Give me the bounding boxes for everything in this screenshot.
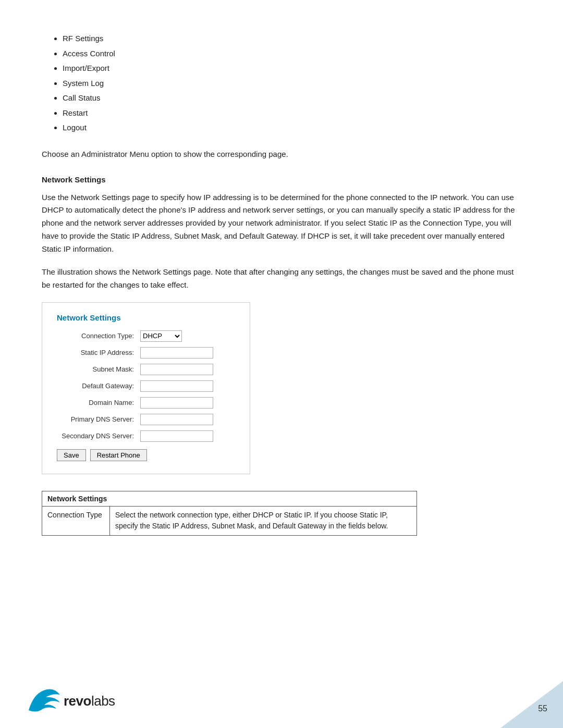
network-settings-illustration: Network Settings Connection Type: DHCP S…: [42, 302, 250, 474]
menu-items-list: RF Settings Access Control Import/Export…: [42, 31, 521, 135]
table-col2: Select the network connection type, eith…: [110, 506, 417, 535]
domain-name-input[interactable]: [140, 397, 213, 409]
logo-text: revolabs: [64, 693, 115, 709]
table-col1: Connection Type: [42, 506, 110, 535]
list-item-rf-settings: RF Settings: [63, 31, 521, 46]
static-ip-row: Static IP Address:: [57, 347, 235, 359]
list-item-import-export: Import/Export: [63, 61, 521, 76]
company-logo: revolabs: [26, 687, 115, 715]
network-settings-heading: Network Settings: [42, 175, 521, 184]
list-item-restart: Restart: [63, 106, 521, 121]
table-row: Connection Type Select the network conne…: [42, 506, 417, 535]
list-item-logout: Logout: [63, 120, 521, 135]
table-header: Network Settings: [42, 491, 417, 506]
domain-name-label: Domain Name:: [57, 399, 140, 406]
form-buttons: Save Restart Phone: [57, 449, 235, 461]
page-footer: revolabs 55: [0, 671, 563, 728]
secondary-dns-input[interactable]: [140, 430, 213, 442]
body-paragraph-2: The illustration shows the Network Setti…: [42, 266, 521, 292]
default-gateway-label: Default Gateway:: [57, 382, 140, 390]
list-item-call-status: Call Status: [63, 91, 521, 106]
list-item-system-log: System Log: [63, 76, 521, 91]
restart-phone-button[interactable]: Restart Phone: [90, 449, 147, 461]
secondary-dns-row: Secondary DNS Server:: [57, 430, 235, 442]
connection-type-row: Connection Type: DHCP Static IP: [57, 330, 235, 342]
secondary-dns-label: Secondary DNS Server:: [57, 432, 140, 440]
subnet-mask-row: Subnet Mask:: [57, 364, 235, 375]
connection-type-label: Connection Type:: [57, 332, 140, 340]
domain-name-row: Domain Name:: [57, 397, 235, 409]
primary-dns-row: Primary DNS Server:: [57, 414, 235, 425]
static-ip-label: Static IP Address:: [57, 349, 140, 356]
static-ip-input[interactable]: [140, 347, 213, 359]
bird-icon: [26, 687, 63, 715]
save-button[interactable]: Save: [57, 449, 86, 461]
connection-type-select[interactable]: DHCP Static IP: [140, 330, 182, 342]
subnet-mask-input[interactable]: [140, 364, 213, 375]
primary-dns-label: Primary DNS Server:: [57, 415, 140, 423]
choose-paragraph: Choose an Administrator Menu option to s…: [42, 148, 521, 161]
subnet-mask-label: Subnet Mask:: [57, 365, 140, 373]
body-paragraph-1: Use the Network Settings page to specify…: [42, 191, 521, 256]
primary-dns-input[interactable]: [140, 414, 213, 425]
illustration-title: Network Settings: [57, 313, 235, 322]
default-gateway-input[interactable]: [140, 380, 213, 392]
list-item-access-control: Access Control: [63, 46, 521, 61]
default-gateway-row: Default Gateway:: [57, 380, 235, 392]
page-number: 55: [538, 704, 547, 715]
network-settings-table: Network Settings Connection Type Select …: [42, 491, 417, 536]
